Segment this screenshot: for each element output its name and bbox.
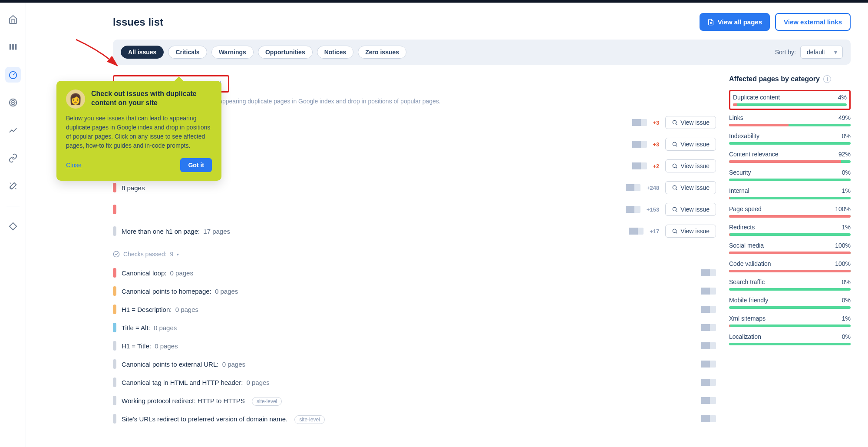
category-row[interactable]: Social media100% xyxy=(729,242,851,254)
view-issue-button[interactable]: View issue xyxy=(665,116,716,129)
spark-bar xyxy=(701,415,716,422)
view-external-links-label: View external links xyxy=(784,18,842,26)
category-row[interactable]: Code validation100% xyxy=(729,260,851,272)
diamond-icon[interactable] xyxy=(5,219,21,234)
category-pct: 0% xyxy=(842,278,851,285)
category-bar xyxy=(729,160,851,163)
link-icon[interactable] xyxy=(5,150,21,166)
spark-bar xyxy=(701,397,716,404)
page-title: Issues list xyxy=(113,16,163,28)
category-row[interactable]: Indexability0% xyxy=(729,132,851,145)
category-pct: 0% xyxy=(842,333,851,340)
filter-pill-criticals[interactable]: Criticals xyxy=(168,46,207,59)
search-icon xyxy=(672,185,678,191)
spark-bar xyxy=(701,269,716,276)
category-row[interactable]: Localization0% xyxy=(729,333,851,345)
spark-bar xyxy=(701,379,716,386)
issue-row[interactable]: Working protocol redirect: HTTP to HTTPS… xyxy=(113,391,716,410)
search-icon xyxy=(672,119,678,126)
trend-icon[interactable] xyxy=(5,123,21,138)
issue-row[interactable]: Canonical loop: 0 pages xyxy=(113,264,716,282)
issue-row[interactable]: Canonical points to homepage: 0 pages xyxy=(113,282,716,300)
category-name: Mobile friendly xyxy=(729,297,768,304)
issue-label: More than one h1 on page: 17 pages xyxy=(122,228,230,235)
site-level-badge: site-level xyxy=(294,415,324,424)
checks-passed-row[interactable]: Checks passed: 9 ▾ xyxy=(113,251,716,258)
svg-point-10 xyxy=(673,207,677,211)
spark-bar xyxy=(701,342,716,349)
category-name: Internal xyxy=(729,187,749,194)
svg-point-11 xyxy=(673,229,677,232)
category-row[interactable]: Internal1% xyxy=(729,187,851,199)
view-issue-button[interactable]: View issue xyxy=(665,203,716,216)
spark-bar xyxy=(701,288,716,295)
filter-pill-all-issues[interactable]: All issues xyxy=(121,46,164,59)
issue-row[interactable]: H1 = Description: 0 pages xyxy=(113,300,716,318)
search-icon xyxy=(672,228,678,234)
view-external-links-button[interactable]: View external links xyxy=(775,13,851,31)
category-name: Indexability xyxy=(729,132,759,139)
category-row[interactable]: Xml sitemaps1% xyxy=(729,315,851,327)
svg-point-8 xyxy=(673,164,677,167)
filter-pill-zero-issues[interactable]: Zero issues xyxy=(358,46,406,59)
issue-row[interactable]: Canonical tag in HTML and HTTP header: 0… xyxy=(113,373,716,391)
severity-indicator xyxy=(113,305,116,314)
delta-value: +3 xyxy=(653,141,660,148)
view-all-pages-label: View all pages xyxy=(718,18,762,26)
category-row[interactable]: Content relevance92% xyxy=(729,151,851,163)
view-issue-button[interactable]: View issue xyxy=(665,181,716,194)
issue-row[interactable]: More than one h1 on page: 17 pages +17 V… xyxy=(113,220,716,242)
svg-point-9 xyxy=(673,185,677,189)
issue-label: Working protocol redirect: HTTP to HTTPS… xyxy=(122,397,282,404)
category-pct: 4% xyxy=(838,94,847,101)
wand-icon[interactable] xyxy=(5,178,21,194)
category-row[interactable]: Mobile friendly0% xyxy=(729,297,851,309)
issue-row[interactable]: H1 = Title: 0 pages xyxy=(113,337,716,355)
svg-point-5 xyxy=(13,102,13,103)
tooltip-got-it-button[interactable]: Got it xyxy=(180,158,212,172)
svg-point-6 xyxy=(673,120,677,124)
issue-row[interactable]: Site's URLs redirect to preferred versio… xyxy=(113,410,716,428)
filter-pill-warnings[interactable]: Warnings xyxy=(211,46,254,59)
tooltip-close-link[interactable]: Close xyxy=(66,162,82,169)
category-pct: 92% xyxy=(838,151,851,158)
category-name: Links xyxy=(729,114,743,121)
severity-indicator xyxy=(113,359,116,369)
severity-indicator xyxy=(113,396,116,405)
category-name: Content relevance xyxy=(729,151,779,158)
check-circle-icon xyxy=(113,251,120,258)
severity-indicator xyxy=(113,183,116,192)
search-icon xyxy=(672,206,678,212)
category-name: Security xyxy=(729,169,751,176)
issue-row[interactable]: +153 View issue xyxy=(113,199,716,220)
issue-label: Canonical loop: 0 pages xyxy=(122,269,193,277)
info-icon[interactable]: i xyxy=(823,75,831,83)
spark-bar xyxy=(632,119,647,126)
category-row[interactable]: Links49% xyxy=(729,114,851,126)
gauge-icon[interactable] xyxy=(5,67,21,83)
category-bar xyxy=(729,124,851,126)
filter-pill-opportunities[interactable]: Opportunities xyxy=(258,46,313,59)
category-row[interactable]: Redirects1% xyxy=(729,224,851,236)
filter-pill-notices[interactable]: Notices xyxy=(317,46,354,59)
view-issue-button[interactable]: View issue xyxy=(665,138,716,151)
category-bar xyxy=(729,306,851,309)
view-issue-button[interactable]: View issue xyxy=(665,225,716,238)
category-row[interactable]: Page speed100% xyxy=(729,205,851,218)
category-pct: 1% xyxy=(842,224,851,231)
columns-icon[interactable] xyxy=(5,39,21,55)
home-icon[interactable] xyxy=(5,11,21,27)
view-issue-button[interactable]: View issue xyxy=(665,159,716,172)
category-row[interactable]: Security0% xyxy=(729,169,851,181)
site-level-badge: site-level xyxy=(252,397,282,406)
category-row[interactable]: Duplicate content4% xyxy=(729,90,851,110)
sort-label: Sort by: xyxy=(775,49,796,56)
category-row[interactable]: Search traffic0% xyxy=(729,278,851,291)
checks-passed-count: 9 xyxy=(170,251,174,258)
issue-row[interactable]: Title = Alt: 0 pages xyxy=(113,318,716,337)
target-icon[interactable] xyxy=(5,95,21,110)
category-name: Duplicate content xyxy=(733,94,780,101)
issue-row[interactable]: Canonical points to external URL: 0 page… xyxy=(113,355,716,373)
view-all-pages-button[interactable]: View all pages xyxy=(700,13,770,31)
sort-select[interactable]: default xyxy=(800,46,843,59)
